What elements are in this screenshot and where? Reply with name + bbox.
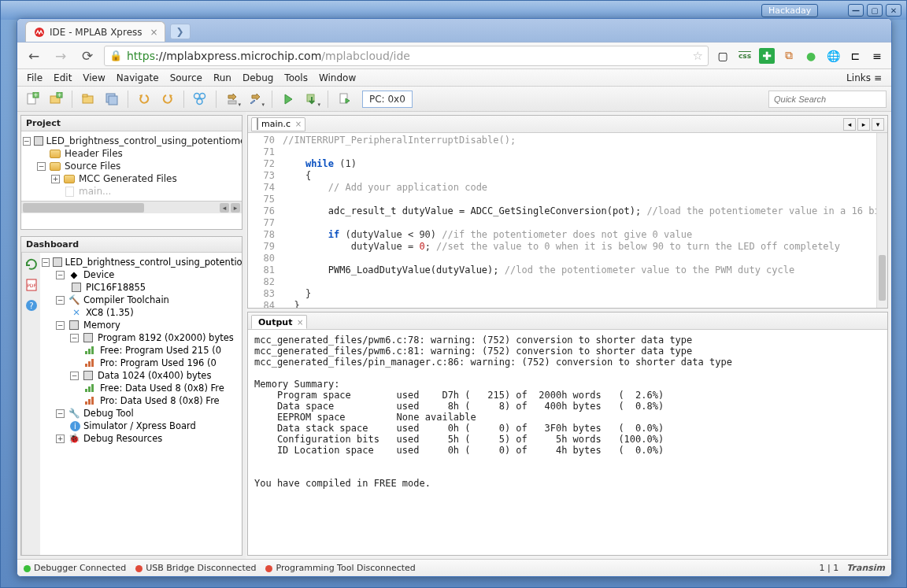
svg-rect-15 — [307, 94, 314, 102]
links-menu[interactable]: Links ≡ — [846, 72, 887, 83]
memory-label[interactable]: Memory — [83, 320, 120, 331]
globe-icon[interactable]: 🌐 — [825, 48, 841, 64]
editor-tab-close-icon[interactable]: × — [295, 120, 302, 128]
header-files-node[interactable]: Header Files — [65, 148, 123, 159]
browser-window: IDE - MPLAB Xpress × ❯ ← → ⟳ 🔒 https://m… — [17, 18, 892, 577]
hamburger-icon: ≡ — [874, 72, 882, 83]
editor-tabbar: main.c × ◂ ▸ ▾ — [248, 116, 887, 133]
device-name[interactable]: PIC16F18855 — [86, 282, 146, 293]
device-label[interactable]: Device — [83, 269, 114, 280]
adblock-icon[interactable]: ✚ — [759, 48, 775, 64]
minimize-button[interactable]: — — [848, 4, 864, 17]
quick-search-input[interactable] — [768, 91, 887, 108]
program-free[interactable]: Free: Program Used 215 (0 — [100, 345, 221, 356]
svg-point-13 — [197, 98, 202, 104]
menu-file[interactable]: File — [22, 71, 47, 85]
output-tab[interactable]: Output× — [251, 315, 307, 329]
url-text: https://mplabxpress.microchip.com/mplabc… — [127, 50, 410, 62]
chat-icon[interactable]: ● — [803, 48, 819, 64]
new-tab-button[interactable]: ❯ — [170, 24, 191, 39]
help-icon[interactable]: ? — [24, 298, 39, 312]
css-icon[interactable]: css — [737, 48, 753, 64]
os-titlebar: Hackaday — ▢ ✕ — [1, 1, 906, 20]
open-button[interactable] — [78, 89, 98, 109]
editor-tab-mainc[interactable]: main.c × — [251, 117, 305, 131]
undo-button[interactable] — [134, 89, 154, 109]
bracket-icon[interactable]: ⊏ — [847, 48, 863, 64]
refresh-icon[interactable] — [24, 257, 39, 272]
code-area[interactable]: //INTERRUPT_PeripheralInterruptDisable()… — [280, 133, 887, 308]
maximize-button[interactable]: ▢ — [867, 4, 883, 17]
c-file-icon — [257, 119, 258, 129]
menu-debug[interactable]: Debug — [238, 71, 278, 85]
compiler-label[interactable]: Compiler Toolchain — [83, 294, 169, 305]
simulator[interactable]: Simulator / Xpress Board — [83, 420, 196, 431]
editor-panel: main.c × ◂ ▸ ▾ 7071727374757677787980818… — [247, 115, 888, 309]
svg-text:?: ? — [29, 301, 33, 310]
build-button[interactable]: ▾ — [222, 89, 242, 109]
editor-dropdown-button[interactable]: ▾ — [872, 118, 884, 131]
close-button[interactable]: ✕ — [886, 4, 901, 17]
dash-root[interactable]: LED_brightness_control_using_potentiom — [65, 257, 242, 268]
bookmark-star-icon[interactable]: ☆ — [693, 49, 703, 63]
clean-build-button[interactable]: ▾ — [246, 89, 266, 109]
menu-view[interactable]: View — [78, 71, 109, 85]
pdf-icon[interactable]: PDF — [24, 278, 39, 292]
dashboard-panel-title: Dashboard — [21, 237, 242, 253]
debug-tool[interactable]: Debug Tool — [83, 408, 134, 419]
run-button[interactable] — [278, 89, 298, 109]
tab-close-icon[interactable]: × — [150, 27, 157, 38]
output-console[interactable]: mcc_generated_files/pwm6.c:78: warning: … — [248, 330, 887, 555]
dashboard-sidebar: PDF ? — [21, 253, 40, 555]
data-free[interactable]: Free: Data Used 8 (0x8) Fre — [100, 383, 224, 394]
menu-run[interactable]: Run — [209, 71, 236, 85]
svg-point-0 — [35, 28, 44, 37]
editor-next-button[interactable]: ▸ — [857, 118, 870, 131]
program-counter: PC: 0x0 — [362, 91, 413, 108]
new-project-button[interactable]: + — [46, 89, 66, 109]
mcc-button[interactable] — [190, 89, 210, 109]
microchip-favicon — [34, 27, 45, 38]
redo-button[interactable] — [157, 89, 178, 109]
screenshot-icon[interactable]: ⧉ — [781, 48, 797, 64]
menu-source[interactable]: Source — [165, 71, 207, 85]
project-root[interactable]: LED_brightness_control_using_potentiomet… — [46, 135, 242, 146]
data-mem[interactable]: Data 1024 (0x400) bytes — [98, 370, 211, 381]
output-tab-close-icon[interactable]: × — [297, 318, 303, 327]
menu-icon[interactable]: ≡ — [869, 48, 885, 64]
dashboard-panel: Dashboard PDF ? −LED_brightness_control_… — [20, 236, 242, 556]
browser-tabbar: IDE - MPLAB Xpress × ❯ — [17, 19, 891, 43]
project-tree[interactable]: −LED_brightness_control_using_potentiome… — [21, 131, 242, 201]
debug-button[interactable] — [334, 89, 354, 109]
make-program-button[interactable]: ▾ — [302, 89, 322, 109]
program-mem[interactable]: Program 8192 (0x2000) bytes — [98, 332, 234, 343]
save-all-button[interactable] — [102, 89, 122, 109]
editor-prev-button[interactable]: ◂ — [843, 118, 856, 131]
compiler-name[interactable]: XC8 (1.35) — [86, 307, 134, 318]
address-bar[interactable]: 🔒 https://mplabxpress.microchip.com/mpla… — [104, 46, 709, 66]
cast-icon[interactable]: ▢ — [715, 48, 731, 64]
svg-point-11 — [194, 93, 200, 98]
reload-button[interactable]: ⟳ — [77, 46, 98, 66]
new-file-button[interactable]: + — [22, 89, 43, 109]
dashboard-tree[interactable]: −LED_brightness_control_using_potentiom … — [40, 253, 242, 555]
cursor-position: 1 | 1 — [820, 563, 839, 573]
code-editor[interactable]: 7071727374757677787980818283848586 ▾8788… — [248, 133, 887, 308]
project-hscroll[interactable]: ◂▸ — [21, 201, 242, 213]
browser-tab[interactable]: IDE - MPLAB Xpress × — [25, 21, 165, 42]
menu-navigate[interactable]: Navigate — [112, 71, 164, 85]
svg-point-12 — [200, 93, 205, 98]
menu-window[interactable]: Window — [314, 71, 361, 85]
menu-tools[interactable]: Tools — [280, 71, 313, 85]
back-button[interactable]: ← — [24, 46, 44, 66]
forward-button[interactable]: → — [50, 46, 71, 66]
mcc-folder-node[interactable]: MCC Generated Files — [79, 173, 177, 184]
data-pro[interactable]: Pro: Data Used 8 (0x8) Fre — [100, 395, 220, 406]
editor-vscroll[interactable] — [876, 133, 887, 308]
transim-logo: Transim — [846, 563, 885, 573]
svg-rect-14 — [228, 101, 236, 104]
menu-edit[interactable]: Edit — [49, 71, 76, 85]
source-files-node[interactable]: Source Files — [65, 161, 120, 172]
program-pro[interactable]: Pro: Program Used 196 (0 — [100, 357, 217, 368]
debug-resources[interactable]: Debug Resources — [83, 433, 162, 444]
